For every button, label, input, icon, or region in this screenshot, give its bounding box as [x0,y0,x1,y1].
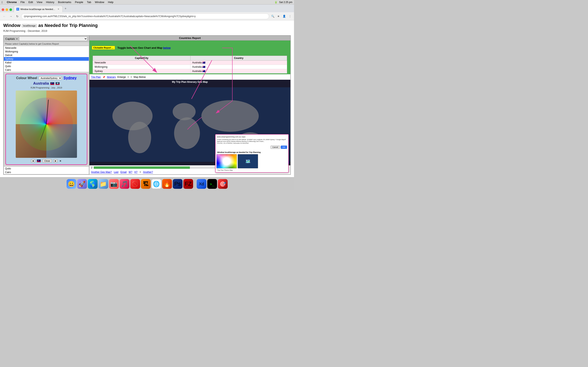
table-cell-city: Newcastle [93,60,190,65]
city-item-newcastle[interactable]: Newcastle [4,46,89,50]
tab-close-btn[interactable]: ✕ [57,8,60,11]
wheel-nav: ◀ 🇦🇺 Close ▶ ☀ [8,159,85,163]
city-item-kabul[interactable]: Kabul [4,61,89,64]
alert-text: is there something you want to try with … [217,139,287,142]
dock-filezilla[interactable]: FZ [183,179,193,189]
chrome-window: C Window localStorage as Needed for Trip… [0,4,294,177]
add-capital-btn[interactable]: + [16,37,18,40]
country-name: Australia [33,81,49,86]
trip-plan-row: Trip Plan 📌 Itinerary Enlarge + + Map Be… [89,74,290,80]
link-h[interactable]: H? [134,171,138,174]
reload-btn[interactable]: ↻ [15,14,20,19]
dock-app1[interactable]: 🚫 [130,179,140,189]
menu-icon[interactable]: ⋮ [287,14,292,19]
menu-file[interactable]: File [20,1,25,4]
alert-ok-btn[interactable]: OK [281,146,287,149]
city-list: NewcastleWollongongDetroitSydneyKabulQui… [4,46,89,72]
toggle-below[interactable]: below [163,46,171,49]
wheel-close-btn[interactable]: Close [43,159,52,163]
colour-wheel-city-link[interactable]: Sydney [63,76,77,80]
menu-tab[interactable]: Tab [86,1,92,4]
dock-firefox[interactable]: 🔥 [162,179,172,189]
enlarge-link[interactable]: Enlarge [117,76,126,78]
menu-right: 🔋 Sat 2:25 pm [274,0,292,4]
city-item-quito[interactable]: Quito [4,64,89,68]
address-bar: ← → ↻ rjmprogramming.com.au/HTMLCSS/wls_… [0,12,294,20]
menu-view[interactable]: View [36,1,43,4]
wheel-next-btn[interactable]: ▶ [53,159,58,162]
dock-launchpad[interactable]: 🚀 [77,179,87,189]
active-tab[interactable]: C Window localStorage as Needed for Trip… [14,6,63,12]
clickable-report-badge[interactable]: Clickable Report ... [92,46,115,50]
alert-buttons: Cancel OK [217,146,287,149]
forward-btn[interactable]: → [8,14,13,19]
profile-icon[interactable]: 👤 [282,14,287,19]
city-item-cairo[interactable]: Cairo [4,68,89,72]
link-another-geo[interactable]: Another Geo Map? [91,171,112,174]
bookmark-icon[interactable]: ★ [276,14,281,19]
dock: 😀 🚀 🌎 📁 📷 🎵 🚫 🏗 🌐 🔥 Ps FZ Xd >_ 🎯 [0,177,294,191]
colour-wheel-select[interactable]: Australia/Sydney [39,76,62,80]
menu-window[interactable]: Window [95,1,105,4]
city-item-sydney[interactable]: Sydney [4,57,89,61]
plus-btn-2[interactable]: + [130,76,132,78]
link-plus[interactable]: + [139,171,141,174]
city-item-quito[interactable]: Quito [4,167,89,170]
itinerary-link[interactable]: Itinerary [107,76,116,78]
minimize-window-btn[interactable] [6,8,8,11]
close-window-btn[interactable] [2,8,4,11]
dock-app2[interactable]: 🏗 [141,179,151,189]
apple-menu[interactable]:  [2,1,3,4]
city-item-cairo[interactable]: Cairo [4,170,89,174]
col-header-country: Country [190,56,287,60]
wheel-prev-btn[interactable]: ◀ [31,159,35,162]
screenshot-overlay: www.rjmprogramming.com.au says is there … [215,134,289,173]
svg-point-206 [174,117,200,149]
dock-files[interactable]: 📁 [98,179,108,189]
maximize-window-btn[interactable] [9,8,12,11]
link-w[interactable]: W? [129,171,132,174]
dock-music[interactable]: 🎵 [120,179,130,189]
menu-history[interactable]: History [46,1,55,4]
toggle-text: Toggle between Geo Chart and Map below [117,46,171,49]
menu-people[interactable]: People [75,1,84,4]
url-bar[interactable]: rjmprogramming.com.au/HTMLCSS/wls_vs_php… [21,13,269,19]
select-instruction: Please select Capital(s) below to get Co… [4,42,89,46]
bottom-city-list: Quito Cairo [4,167,89,174]
city-item-wollongong[interactable]: Wollongong [4,50,89,53]
tab-title: Window localStorage as Needed for Trip P… [20,8,56,10]
capitals-dropdown[interactable] [19,36,87,41]
app-container: Capitals + Please select Capital(s) belo… [3,35,291,175]
menu-bookmarks[interactable]: Bookmarks [58,1,72,4]
dock-photos[interactable]: 📷 [109,179,119,189]
search-icon[interactable]: 🔍 [270,14,275,19]
page-subtitle: RJM Programming - December, 2019 [3,29,291,33]
alert-cancel-btn[interactable]: Cancel [270,146,280,149]
city-item-detroit[interactable]: Detroit [4,53,89,57]
dock-terminal[interactable]: >_ [207,179,217,189]
link-last[interactable]: Last [114,171,118,174]
menu-help[interactable]: Help [108,1,114,4]
dock-safari[interactable]: 🌎 [88,179,98,189]
new-tab-btn[interactable]: + [63,6,68,11]
menu-bar:  Chrome File Edit View History Bookmark… [0,0,294,4]
dock-instruments[interactable]: 🎯 [218,179,228,189]
dock-ps[interactable]: Ps [173,179,182,189]
table-row: Sydney Australia 🇦🇺 [93,69,287,73]
wheel-flag-icon: 🇦🇺 [37,159,41,162]
dock-chrome[interactable]: 🌐 [151,179,161,189]
page-content: Window localStorage as Needed for Trip P… [0,20,294,177]
back-btn[interactable]: ← [2,14,7,19]
link-email[interactable]: Email [121,171,127,174]
capitals-label: Capitals [5,37,15,40]
menu-edit[interactable]: Edit [28,1,33,4]
dock-finder[interactable]: 😀 [67,179,76,189]
menu-chrome[interactable]: Chrome [6,1,17,4]
inner-card: Colour Wheel Australia/Sydney Sydney Aus… [5,74,87,165]
address-icons: 🔍 ★ 👤 ⋮ [270,14,292,19]
page-title: Window localStorage as Needed for Trip P… [3,23,291,28]
plus-btn-1[interactable]: + [127,76,129,78]
trip-plan-link[interactable]: Trip Plan [91,76,101,78]
link-another[interactable]: Another? [143,171,153,174]
dock-xcode[interactable]: Xd [197,179,207,189]
